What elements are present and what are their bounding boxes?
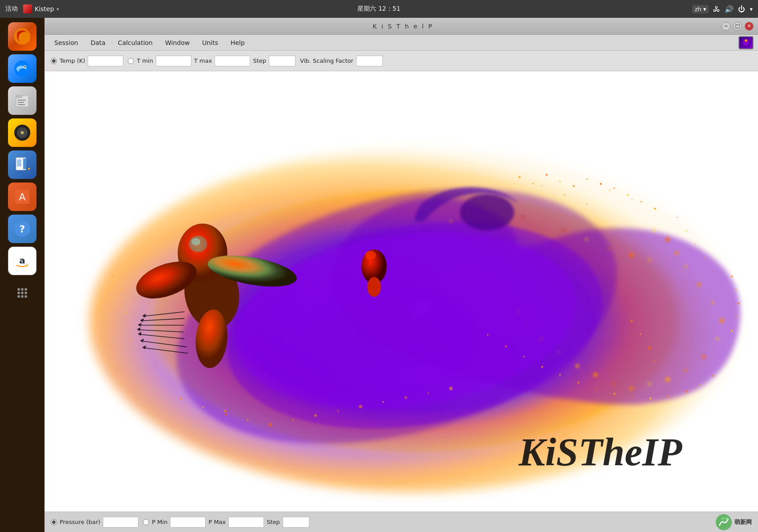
svg-text:?: ? (20, 223, 25, 235)
temp-radio-label[interactable]: Temp (K) (51, 57, 85, 64)
svg-rect-147 (713, 375, 715, 377)
app-menu-label: Kistep (35, 5, 54, 12)
svg-point-45 (716, 337, 719, 340)
temp-field[interactable] (88, 56, 123, 66)
dock-audio[interactable] (8, 118, 36, 147)
svg-point-50 (630, 387, 633, 390)
svg-rect-82 (135, 298, 136, 299)
dock-appstore[interactable]: A (8, 183, 36, 211)
svg-rect-132 (532, 183, 534, 184)
vib-field[interactable] (356, 56, 383, 66)
svg-rect-161 (180, 398, 182, 399)
prange-radio-label[interactable]: P Min (143, 519, 167, 525)
svg-point-67 (629, 253, 634, 257)
svg-point-53 (576, 364, 579, 368)
svg-point-119 (292, 419, 294, 421)
svg-point-126 (449, 387, 453, 390)
dock-files[interactable] (8, 86, 36, 115)
step-field[interactable] (269, 56, 296, 66)
dock-amazon[interactable]: a (8, 247, 36, 275)
app-menu-arrow: ▾ (57, 7, 59, 12)
svg-point-51 (612, 382, 615, 385)
close-button[interactable]: ✕ (745, 22, 754, 31)
svg-point-43 (712, 301, 714, 304)
bottom-step-field[interactable] (283, 517, 309, 528)
menu-calculation[interactable]: Calculation (113, 37, 158, 48)
svg-rect-5 (16, 95, 22, 98)
mengxinwang-text: 萌新网 (734, 518, 752, 526)
window-title: K i S T h e l P (85, 23, 722, 30)
svg-point-120 (314, 414, 317, 417)
temp-radio[interactable] (51, 58, 57, 64)
svg-point-30 (24, 295, 27, 298)
svg-point-25 (17, 292, 20, 294)
app-window: K i S T h e l P − □ ✕ Session Data Calcu… (45, 18, 758, 532)
pmax-field[interactable] (228, 517, 264, 528)
svg-rect-79 (713, 271, 714, 272)
power-icon: ⏻ (738, 5, 745, 13)
svg-point-46 (702, 355, 705, 359)
svg-rect-136 (586, 179, 588, 180)
svg-rect-160 (487, 334, 488, 336)
svg-point-68 (648, 258, 651, 261)
svg-point-52 (593, 373, 598, 377)
dock-firefox[interactable] (8, 22, 36, 51)
menu-session[interactable]: Session (49, 37, 83, 48)
svg-point-116 (224, 410, 227, 412)
pmin-field[interactable] (170, 517, 206, 528)
window-titlebar: K i S T h e l P − □ ✕ (45, 18, 758, 35)
svg-rect-154 (596, 389, 597, 390)
language-button[interactable]: zh ▾ (692, 5, 709, 13)
svg-point-117 (247, 419, 249, 421)
svg-rect-75 (677, 217, 677, 218)
svg-rect-70 (564, 194, 565, 195)
tmin-field[interactable] (156, 56, 191, 66)
menubar: Session Data Calculation Window Units He… (45, 35, 758, 51)
svg-point-130 (653, 361, 655, 362)
svg-rect-84 (117, 325, 118, 326)
svg-point-40 (665, 237, 670, 242)
dock-writer[interactable] (8, 150, 36, 179)
app-logo-button[interactable] (738, 36, 754, 49)
pmin-label: P Min (152, 519, 167, 525)
svg-rect-162 (203, 406, 204, 408)
svg-point-42 (697, 283, 701, 286)
tmin-label: T min (137, 57, 153, 64)
svg-rect-71 (586, 203, 587, 204)
svg-point-44 (720, 318, 724, 323)
writer-icon (12, 155, 32, 175)
app-menu[interactable]: Kistep ▾ (23, 4, 59, 13)
vib-label: Vib. Scaling Factor (300, 57, 353, 64)
menu-data[interactable]: Data (85, 37, 110, 48)
dock-apps[interactable] (8, 279, 36, 307)
step-label: Step (253, 57, 266, 64)
svg-point-97 (191, 238, 200, 245)
svg-rect-76 (686, 231, 687, 232)
svg-rect-144 (738, 303, 739, 305)
network-icon: 🖧 (713, 5, 720, 13)
menu-units[interactable]: Units (197, 37, 223, 48)
tmax-field[interactable] (215, 56, 250, 66)
svg-point-124 (405, 396, 407, 399)
pressure-radio-label[interactable]: Pressure (bar) (51, 519, 100, 525)
svg-rect-163 (225, 413, 227, 415)
maximize-button[interactable]: □ (733, 22, 742, 31)
svg-point-48 (665, 377, 670, 382)
pressure-radio[interactable] (51, 519, 57, 525)
audio-icon (12, 123, 32, 142)
minimize-button[interactable]: − (722, 22, 730, 31)
menu-window[interactable]: Window (160, 37, 195, 48)
trange-radio[interactable] (128, 58, 134, 64)
activities-button[interactable]: 活动 (5, 5, 18, 13)
svg-rect-77 (695, 244, 696, 245)
language-arrow: ▾ (703, 6, 706, 12)
menu-help[interactable]: Help (225, 37, 250, 48)
trange-radio-label[interactable]: T min (128, 57, 153, 64)
pressure-field[interactable] (103, 517, 138, 528)
dock-help[interactable]: ? (8, 215, 36, 243)
prange-radio[interactable] (143, 519, 149, 525)
system-bar: 活动 Kistep ▾ 星期六 12：51 zh ▾ 🖧 🔊 ⏻ ▾ (0, 0, 758, 18)
apps-icon (12, 283, 32, 303)
dock-thunderbird[interactable] (8, 54, 36, 83)
svg-point-129 (648, 346, 651, 349)
